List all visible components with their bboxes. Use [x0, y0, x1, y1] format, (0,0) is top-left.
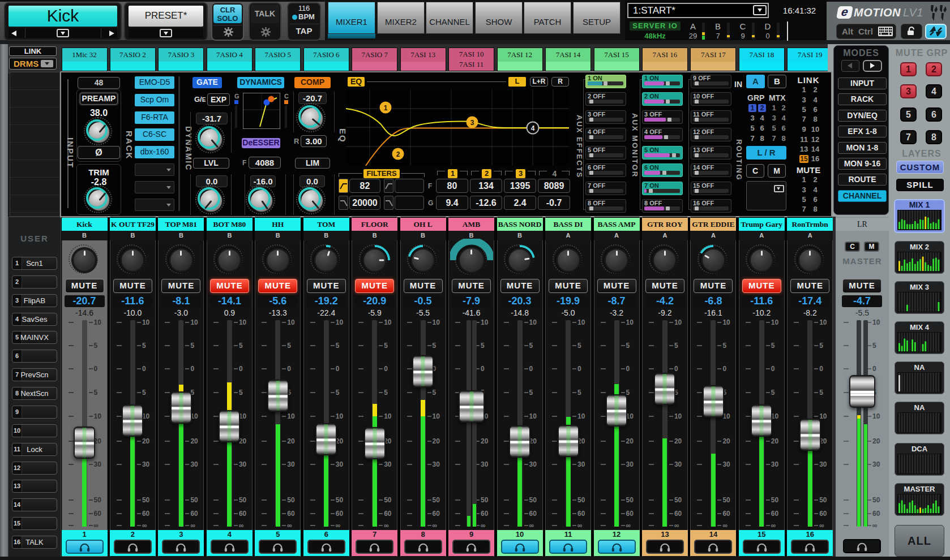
svg-text:3: 3: [470, 119, 474, 127]
svg-text:4: 4: [531, 124, 535, 132]
svg-text:1: 1: [384, 104, 388, 112]
svg-text:2: 2: [396, 150, 400, 158]
